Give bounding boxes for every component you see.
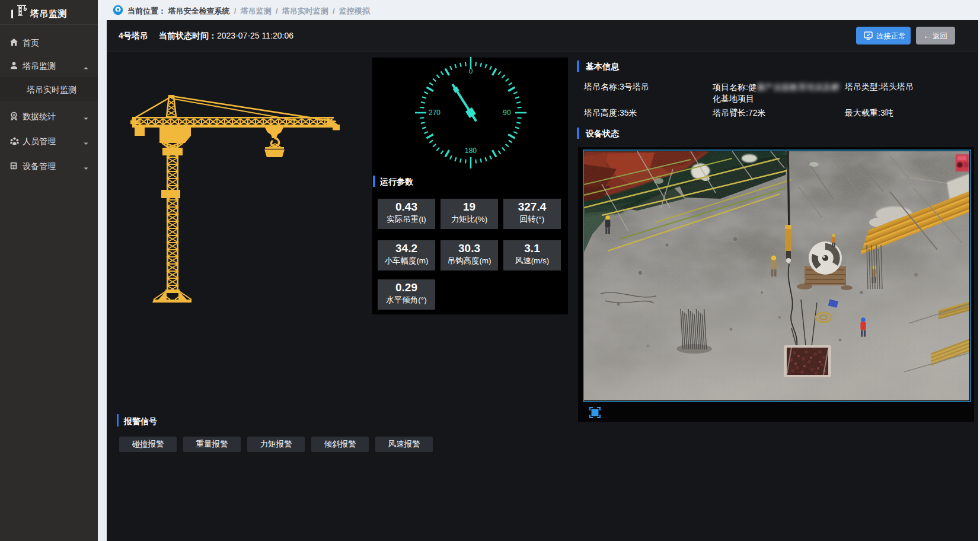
svg-text:0: 0 (469, 67, 473, 75)
svg-text:270: 270 (429, 109, 440, 117)
svg-text:180: 180 (465, 147, 477, 155)
svg-text:90: 90 (503, 109, 511, 117)
